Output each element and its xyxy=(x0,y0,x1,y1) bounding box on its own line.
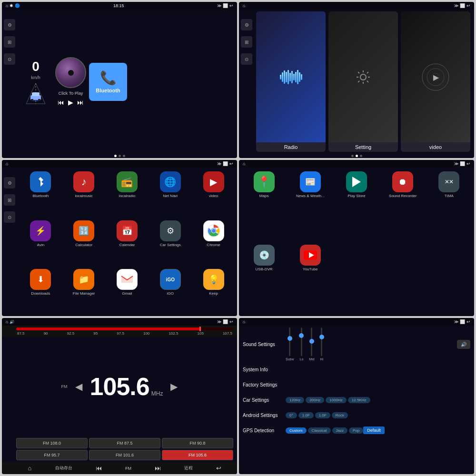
chip-pop[interactable]: Pop xyxy=(349,427,363,434)
music-controls[interactable]: ⏮ ▶ ⏭ xyxy=(58,99,84,106)
fm-next-button[interactable]: ⏭ xyxy=(155,465,161,472)
freq-up-button[interactable]: ▶ xyxy=(170,381,178,392)
dot-2-1[interactable] xyxy=(351,155,354,157)
nav-sidebar-icon-3[interactable]: ⊙ xyxy=(4,211,15,223)
fm-home-button[interactable]: ⌂ xyxy=(28,465,32,472)
window-icon-6[interactable]: ⬜ xyxy=(460,319,465,324)
chip-1-0f-1[interactable]: 1.0F xyxy=(298,412,314,418)
home-icon-1[interactable]: ⌂ xyxy=(6,3,8,8)
chip-200hz[interactable]: 200Hz xyxy=(306,397,324,403)
sound-toggle-button[interactable]: 🔊 xyxy=(457,340,470,349)
app-gmail[interactable]: Gmail xyxy=(108,269,147,314)
app-playstore[interactable]: Play Store xyxy=(335,171,377,241)
nav-sidebar-icon[interactable]: ⊙ xyxy=(4,53,15,65)
dot-1-2[interactable] xyxy=(119,155,121,157)
fm-autosave-button[interactable]: 自动存台 xyxy=(55,465,72,471)
up-icon-2[interactable]: ≫ xyxy=(454,3,458,8)
up-icon-6[interactable]: ≫ xyxy=(454,319,458,324)
window-icon-2[interactable]: ⬜ xyxy=(460,3,465,8)
eq-mid-thumb[interactable] xyxy=(309,339,314,344)
preset-fm95-7[interactable]: FM 95.7 xyxy=(16,450,88,460)
app-soundrecorder[interactable]: ⏺ Sound Recorder xyxy=(382,171,424,241)
app-localmusic[interactable]: ♪ localmusic xyxy=(64,171,104,217)
eq-mid-track[interactable] xyxy=(311,327,312,356)
radio-card[interactable]: Radio xyxy=(256,11,326,152)
up-icon-1[interactable]: ≫ xyxy=(217,3,221,8)
app-carsettings[interactable]: ⚙ Car Settings xyxy=(150,220,190,266)
chip-1-0f-2[interactable]: 1.0F xyxy=(315,412,330,418)
settings-sidebar-icon[interactable]: ⚙ xyxy=(4,19,15,30)
preset-fm90-8[interactable]: FM 90.8 xyxy=(162,438,233,448)
app-bluetooth[interactable]: Bluetooth xyxy=(21,171,60,217)
up-icon-5[interactable]: ≫ xyxy=(217,319,221,324)
chip-120hz[interactable]: 120Hz xyxy=(286,397,304,403)
window-icon-5[interactable]: ⬜ xyxy=(223,319,228,324)
app-maps[interactable]: 📍 Maps xyxy=(243,171,285,241)
home-icon-4[interactable]: ⌂ xyxy=(243,161,245,166)
app-youtube[interactable]: YouTube xyxy=(289,245,331,314)
back-icon-4[interactable]: ↩ xyxy=(466,161,470,166)
nav-sidebar-icon-2[interactable]: ⊙ xyxy=(241,53,252,65)
app-keep[interactable]: 💡 Keep xyxy=(194,269,233,314)
back-icon-3[interactable]: ↩ xyxy=(229,161,233,166)
settings-sidebar-icon-3[interactable]: ⚙ xyxy=(4,177,15,188)
home-icon-5[interactable]: ⌂ xyxy=(6,319,8,324)
eq-subw-thumb[interactable] xyxy=(288,336,292,341)
app-usbdvr[interactable]: 💿 USB-DVR xyxy=(243,245,285,314)
app-downloads[interactable]: ⬇ Downloads xyxy=(21,269,60,314)
grid-sidebar-icon-3[interactable]: ⊞ xyxy=(4,194,15,206)
back-icon-6[interactable]: ↩ xyxy=(466,319,470,324)
video-card[interactable]: ▶ video xyxy=(401,11,470,152)
default-button[interactable]: Default xyxy=(363,426,385,434)
app-calculator[interactable]: 🔢 Calculator xyxy=(64,220,104,266)
back-icon-1[interactable]: ↩ xyxy=(229,3,233,8)
home-icon-6[interactable]: ⌂ xyxy=(243,319,245,324)
preset-fm87-5[interactable]: FM 87.5 xyxy=(89,438,160,448)
home-icon-2[interactable]: ⌂ xyxy=(243,3,245,8)
next-track-button[interactable]: ⏭ xyxy=(77,99,84,106)
app-igo[interactable]: iGO iGO xyxy=(150,269,190,314)
eq-lo-track[interactable] xyxy=(301,327,302,356)
fm-back-button[interactable]: ↩ xyxy=(216,465,221,472)
fm-scan-button[interactable]: 近程 xyxy=(184,465,193,471)
up-icon-4[interactable]: ≫ xyxy=(454,161,458,166)
app-calendar[interactable]: 📅 Calendar xyxy=(108,220,147,266)
grid-sidebar-icon-2[interactable]: ⊞ xyxy=(241,36,252,48)
app-video[interactable]: ▶ video xyxy=(194,171,233,217)
chip-1000hz[interactable]: 1000Hz xyxy=(326,397,347,403)
dot-1-1[interactable] xyxy=(114,155,117,157)
up-icon-3[interactable]: ≫ xyxy=(217,161,221,166)
freq-down-button[interactable]: ◀ xyxy=(75,381,82,392)
window-icon-4[interactable]: ⬜ xyxy=(460,161,465,166)
chip-classical[interactable]: Classical xyxy=(308,427,331,434)
app-filemanager[interactable]: 📁 File Manager xyxy=(64,269,104,314)
eq-lo-thumb[interactable] xyxy=(299,333,304,338)
dot-2-3[interactable] xyxy=(360,155,362,157)
chip-rock[interactable]: Rock xyxy=(332,412,348,418)
dot-2-2[interactable] xyxy=(356,155,358,157)
preset-fm108[interactable]: FM 108.0 xyxy=(16,438,88,448)
eq-hi-track[interactable] xyxy=(321,327,322,356)
app-chrome[interactable]: Chrome xyxy=(194,220,233,266)
app-news[interactable]: 📰 News & Weath... xyxy=(289,171,331,241)
eq-subw-track[interactable] xyxy=(289,327,290,356)
fm-band-button[interactable]: FM xyxy=(125,466,131,471)
chip-12-5khz[interactable]: 12.5KHz xyxy=(348,397,370,403)
bluetooth-card[interactable]: 📞 Bluetooth xyxy=(89,63,127,101)
chip-0deg[interactable]: 0° xyxy=(286,412,297,418)
setting-card[interactable]: Setting xyxy=(328,11,398,152)
home-icon-3[interactable]: ⌂ xyxy=(6,161,8,166)
window-icon-1[interactable]: ⬜ xyxy=(223,3,228,8)
play-button[interactable]: ▶ xyxy=(68,99,73,106)
window-icon-3[interactable]: ⬜ xyxy=(223,161,228,166)
prev-track-button[interactable]: ⏮ xyxy=(58,99,64,106)
app-tima[interactable]: ✕✕ TIMA xyxy=(428,171,470,241)
preset-fm105-6[interactable]: FM 105.6 xyxy=(162,450,233,460)
dot-1-3[interactable] xyxy=(123,155,125,157)
chip-jazz[interactable]: Jazz xyxy=(332,427,347,434)
back-icon-5[interactable]: ↩ xyxy=(229,319,233,324)
app-avin[interactable]: ⚡ Avin xyxy=(21,220,60,266)
settings-sidebar-icon-2[interactable]: ⚙ xyxy=(241,19,252,30)
app-localradio[interactable]: 📻 localradio xyxy=(108,171,147,217)
eq-hi-thumb[interactable] xyxy=(319,335,324,339)
